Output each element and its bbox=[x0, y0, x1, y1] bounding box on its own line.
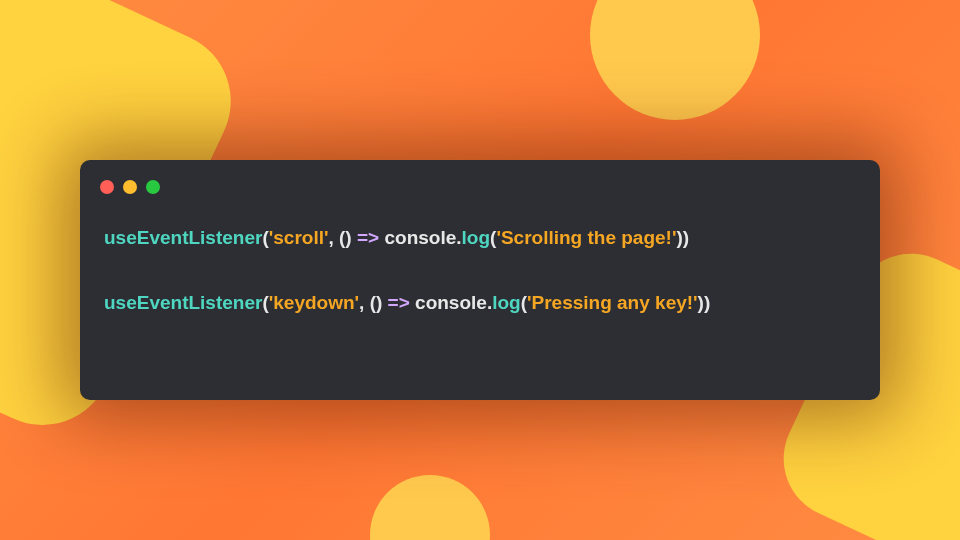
window-traffic-lights bbox=[80, 180, 880, 194]
code-line-2: useEventListener('keydown', () => consol… bbox=[104, 289, 856, 318]
token-punct: () bbox=[370, 292, 388, 313]
token-string: 'Scrolling the page!' bbox=[496, 227, 676, 248]
token-function: useEventListener bbox=[104, 227, 262, 248]
token-string: 'keydown' bbox=[269, 292, 359, 313]
token-string: 'Pressing any key!' bbox=[527, 292, 698, 313]
bg-circle-bottom bbox=[370, 475, 490, 540]
token-punct: )) bbox=[676, 227, 689, 248]
code-line-1: useEventListener('scroll', () => console… bbox=[104, 224, 856, 253]
close-icon[interactable] bbox=[100, 180, 114, 194]
token-method: log bbox=[462, 227, 491, 248]
maximize-icon[interactable] bbox=[146, 180, 160, 194]
token-punct: , bbox=[359, 292, 370, 313]
token-keyword: => bbox=[357, 227, 384, 248]
token-function: useEventListener bbox=[104, 292, 262, 313]
token-string: 'scroll' bbox=[269, 227, 329, 248]
code-area: useEventListener('scroll', () => console… bbox=[80, 224, 880, 317]
token-punct: () bbox=[339, 227, 357, 248]
token-method: log bbox=[492, 292, 521, 313]
token-keyword: => bbox=[388, 292, 415, 313]
token-punct: , bbox=[328, 227, 339, 248]
token-object: console bbox=[384, 227, 456, 248]
code-editor-window: useEventListener('scroll', () => console… bbox=[80, 160, 880, 400]
bg-circle-top bbox=[590, 0, 760, 120]
token-object: console bbox=[415, 292, 487, 313]
token-punct: )) bbox=[698, 292, 711, 313]
minimize-icon[interactable] bbox=[123, 180, 137, 194]
